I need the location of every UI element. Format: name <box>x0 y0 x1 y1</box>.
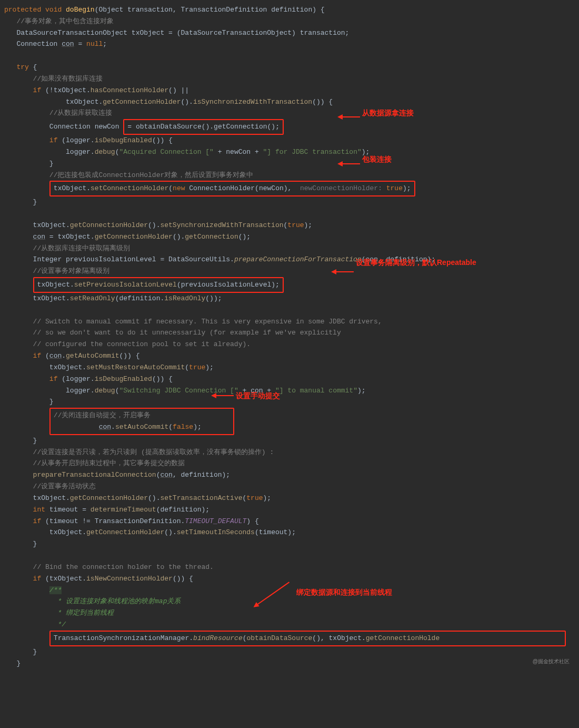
annotation-bind: 绑定数据源和连接到当前线程 <box>296 586 392 599</box>
code-block: protected void doBegin(Object transactio… <box>4 4 575 669</box>
arrow-icon <box>339 116 360 117</box>
annotation-obtain: 从数据源拿连接 <box>362 107 414 120</box>
annotation-manual: 设置手动提交 <box>236 390 280 402</box>
box-set-connection-holder: txObject.setConnectionHolder(new Connect… <box>49 181 415 196</box>
code-editor[interactable]: protected void doBegin(Object transactio… <box>4 4 575 669</box>
arrow-icon <box>213 395 234 396</box>
box-obtain-connection: = obtainDataSource().getConnection(); <box>123 119 284 135</box>
arrow-icon <box>339 163 360 164</box>
box-bind-resource: TransactionSynchronizationManager.bindRe… <box>49 631 566 646</box>
box-auto-commit: //关闭连接自动提交，开启事务 con.setAutoCommit(false)… <box>49 408 234 435</box>
annotation-isolation: 设置事务隔离级别，默认Repeatable <box>356 257 476 269</box>
annotation-wrap: 包装连接 <box>362 153 392 166</box>
box-isolation-level: txObject.setPreviousIsolationLevel(previ… <box>33 277 284 293</box>
watermark: @掘金技术社区 <box>533 657 570 666</box>
arrow-icon <box>333 271 354 272</box>
